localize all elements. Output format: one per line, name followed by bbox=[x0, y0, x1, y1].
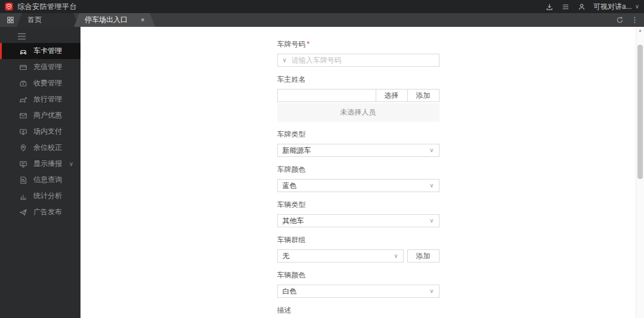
tab-home[interactable]: 首页 bbox=[17, 13, 79, 27]
sidebar-item-label: 场内支付 bbox=[33, 126, 62, 137]
vehicle-group-label: 车辆群组 bbox=[277, 235, 439, 245]
vehicle-color-label: 车辆颜色 bbox=[277, 270, 439, 280]
owner-name-group: 车主姓名 选择 添加 未选择人员 bbox=[277, 75, 439, 122]
vehicle-form: 车牌号码* ∨ 请输入车牌号码 车主姓名 选择 添加 未选择人员 车牌类型 bbox=[277, 39, 439, 318]
sidebar-item-statistics-analysis[interactable]: 统计分析 bbox=[0, 188, 80, 204]
plate-color-value: 蓝色 bbox=[283, 181, 297, 191]
sidebar-item-display-broadcast[interactable]: 显示播报∨ bbox=[0, 156, 80, 172]
sidebar-item-label: 收费管理 bbox=[33, 78, 62, 88]
payment-icon bbox=[19, 128, 27, 136]
sidebar-item-label: 充值管理 bbox=[33, 62, 62, 72]
close-icon[interactable]: × bbox=[141, 17, 144, 23]
chevron-down-icon: ∨ bbox=[429, 288, 434, 294]
plate-number-group: 车牌号码* ∨ 请输入车牌号码 bbox=[277, 39, 439, 67]
chevron-down-icon: ∨ bbox=[429, 218, 434, 224]
vehicle-type-group: 车辆类型 其他车 ∨ bbox=[277, 200, 439, 227]
top-bar: 综合安防管理平台 可视对讲a... ∨ bbox=[0, 0, 644, 13]
list-icon[interactable] bbox=[561, 2, 570, 11]
scroll-up-arrow-icon[interactable]: ▲ bbox=[636, 28, 644, 32]
tab-parking-entrance[interactable]: 停车场出入口 × bbox=[74, 13, 155, 27]
paper-plane-icon bbox=[19, 208, 27, 217]
plate-number-label: 车牌号码* bbox=[277, 39, 439, 50]
vehicle-group-value: 无 bbox=[283, 251, 290, 261]
person-icon[interactable] bbox=[577, 2, 586, 11]
vehicle-group-add-button[interactable]: 添加 bbox=[407, 249, 439, 263]
no-person-selected-note: 未选择人员 bbox=[277, 103, 439, 122]
bar-chart-icon bbox=[19, 192, 27, 200]
plate-type-group: 车牌类型 新能源车 ∨ bbox=[277, 129, 439, 157]
chevron-down-icon: ∨ bbox=[429, 183, 434, 189]
sidebar-item-merchant-discount[interactable]: 商户优惠 bbox=[0, 107, 80, 124]
plate-color-label: 车牌颜色 bbox=[277, 165, 439, 175]
vehicle-color-group: 车辆颜色 白色 ∨ bbox=[277, 270, 439, 298]
user-label: 可视对讲a... bbox=[593, 2, 632, 12]
vehicle-group-group: 车辆群组 无 ∨ 添加 bbox=[277, 235, 439, 263]
owner-add-button[interactable]: 添加 bbox=[407, 89, 439, 102]
sidebar-item-label: 车卡管理 bbox=[33, 46, 62, 56]
tab-parking-entrance-label: 停车场出入口 bbox=[85, 15, 128, 25]
vehicle-color-value: 白色 bbox=[283, 286, 297, 297]
sidebar-item-recharge-management[interactable]: 充值管理 bbox=[0, 59, 80, 75]
plate-type-label: 车牌类型 bbox=[277, 129, 439, 140]
sidebar-menu: 车卡管理充值管理收费管理放行管理商户优惠场内支付余位校正显示播报∨信息查询统计分… bbox=[0, 43, 80, 220]
sidebar-item-label: 商户优惠 bbox=[33, 110, 62, 121]
description-label: 描述 bbox=[277, 305, 439, 316]
toll-icon bbox=[19, 79, 27, 88]
owner-select-button[interactable]: 选择 bbox=[376, 89, 408, 102]
kebab-menu-icon[interactable] bbox=[630, 16, 639, 24]
chevron-down-icon: ∨ bbox=[429, 147, 434, 153]
owner-name-input[interactable] bbox=[277, 89, 376, 102]
description-group: 描述 bbox=[277, 305, 439, 318]
tab-home-label: 首页 bbox=[27, 15, 42, 25]
owner-name-label: 车主姓名 bbox=[277, 75, 439, 85]
sidebar-item-space-correction[interactable]: 余位校正 bbox=[0, 140, 80, 156]
app-title: 综合安防管理平台 bbox=[17, 2, 77, 12]
tab-bar: 首页 停车场出入口 × bbox=[0, 13, 644, 27]
location-pin-icon bbox=[19, 144, 27, 152]
plate-type-value: 新能源车 bbox=[283, 146, 311, 156]
plate-number-placeholder: 请输入车牌号码 bbox=[292, 55, 342, 66]
chevron-down-icon: ∨ bbox=[69, 160, 73, 167]
sidebar-item-label: 广告发布 bbox=[33, 207, 62, 217]
vertical-scrollbar[interactable]: ▲ bbox=[636, 27, 644, 318]
required-asterisk: * bbox=[307, 40, 310, 48]
scrollbar-thumb[interactable] bbox=[637, 45, 643, 179]
collapse-menu-icon[interactable] bbox=[0, 30, 80, 42]
display-icon bbox=[19, 160, 27, 168]
sidebar-item-in-park-payment[interactable]: 场内支付 bbox=[0, 124, 80, 140]
plate-color-select[interactable]: 蓝色 ∨ bbox=[277, 179, 439, 192]
download-icon[interactable] bbox=[545, 2, 554, 11]
info-query-icon bbox=[19, 176, 27, 184]
sidebar-item-label: 统计分析 bbox=[33, 191, 62, 201]
sidebar-item-label: 放行管理 bbox=[33, 94, 62, 104]
grid-icon[interactable] bbox=[0, 13, 20, 27]
chevron-down-icon: ∨ bbox=[394, 253, 398, 259]
app-logo-icon bbox=[5, 2, 13, 11]
sidebar-item-label: 信息查询 bbox=[33, 175, 62, 185]
vehicle-group-select[interactable]: 无 ∨ bbox=[277, 249, 404, 263]
car-card-icon bbox=[19, 47, 27, 55]
release-icon bbox=[19, 95, 27, 104]
plate-type-select[interactable]: 新能源车 ∨ bbox=[277, 144, 439, 157]
recharge-card-icon bbox=[19, 63, 27, 72]
vehicle-type-label: 车辆类型 bbox=[277, 200, 439, 210]
vehicle-color-select[interactable]: 白色 ∨ bbox=[277, 285, 439, 298]
sidebar-item-label: 显示播报 bbox=[33, 159, 62, 169]
sidebar-item-toll-management[interactable]: 收费管理 bbox=[0, 75, 80, 91]
sidebar-item-info-query[interactable]: 信息查询 bbox=[0, 172, 80, 188]
chevron-down-icon[interactable]: ∨ bbox=[283, 57, 287, 63]
plate-number-input[interactable]: ∨ 请输入车牌号码 bbox=[277, 54, 439, 67]
main-content: 车牌号码* ∨ 请输入车牌号码 车主姓名 选择 添加 未选择人员 车牌类型 bbox=[80, 27, 644, 318]
refresh-icon[interactable] bbox=[615, 16, 624, 24]
sidebar: 车卡管理充值管理收费管理放行管理商户优惠场内支付余位校正显示播报∨信息查询统计分… bbox=[0, 27, 80, 318]
sidebar-item-label: 余位校正 bbox=[33, 143, 62, 153]
sidebar-item-vehicle-card-management[interactable]: 车卡管理 bbox=[0, 43, 80, 59]
vehicle-type-select[interactable]: 其他车 ∨ bbox=[277, 214, 439, 227]
sidebar-item-release-management[interactable]: 放行管理 bbox=[0, 91, 80, 107]
plate-color-group: 车牌颜色 蓝色 ∨ bbox=[277, 165, 439, 192]
merchant-discount-icon bbox=[19, 112, 27, 120]
user-menu[interactable]: 可视对讲a... ∨ bbox=[593, 2, 639, 12]
chevron-down-icon: ∨ bbox=[635, 4, 639, 10]
sidebar-item-ad-publish[interactable]: 广告发布 bbox=[0, 204, 80, 220]
vehicle-type-value: 其他车 bbox=[283, 216, 304, 226]
